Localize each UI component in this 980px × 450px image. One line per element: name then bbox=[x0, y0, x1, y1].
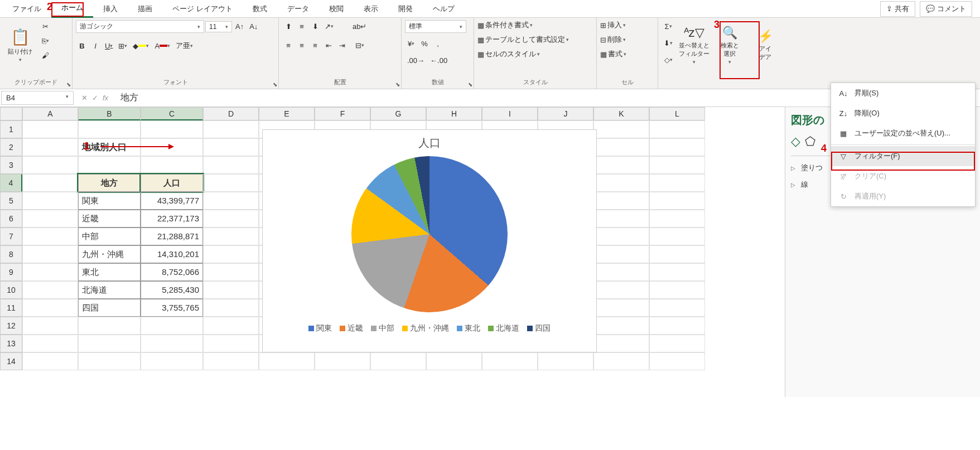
dd-filter[interactable]: ▽フィルター(F) bbox=[831, 146, 975, 166]
tab-developer[interactable]: 開発 bbox=[388, 1, 423, 17]
cell-K7[interactable] bbox=[593, 228, 649, 245]
cell-D8[interactable] bbox=[203, 245, 259, 263]
number-launcher[interactable]: ⬊ bbox=[468, 81, 472, 88]
cell-C5[interactable]: 43,399,777 bbox=[141, 192, 203, 210]
row-header-3[interactable]: 3 bbox=[0, 156, 22, 174]
cell-D6[interactable] bbox=[203, 210, 259, 228]
cell-B2[interactable]: 地域別人口 bbox=[78, 138, 141, 156]
share-button[interactable]: ⇪共有 bbox=[880, 1, 915, 17]
col-header-K[interactable]: K bbox=[593, 107, 649, 120]
cell-K11[interactable] bbox=[593, 299, 649, 317]
align-bottom-button[interactable]: ⬇ bbox=[309, 20, 321, 32]
cell-B8[interactable]: 九州・沖縄 bbox=[78, 245, 141, 263]
copy-button[interactable]: ⎘▾ bbox=[39, 35, 51, 47]
cell-A14[interactable] bbox=[22, 352, 78, 370]
font-color-button[interactable]: A▾ bbox=[152, 40, 172, 52]
cell-L8[interactable] bbox=[649, 245, 705, 263]
cell-D9[interactable] bbox=[203, 263, 259, 281]
increase-decimal-button[interactable]: .00→ bbox=[405, 54, 427, 66]
effects-tab-icon[interactable]: ⬠ bbox=[805, 134, 815, 149]
decrease-decimal-button[interactable]: ←.00 bbox=[428, 54, 450, 66]
cell-K13[interactable] bbox=[593, 335, 649, 352]
col-header-I[interactable]: I bbox=[482, 107, 538, 120]
indent-increase-button[interactable]: ⇥ bbox=[336, 39, 348, 51]
cell-I14[interactable] bbox=[482, 352, 538, 370]
cell-B9[interactable]: 東北 bbox=[78, 263, 141, 281]
cell-D3[interactable] bbox=[203, 156, 259, 174]
col-header-G[interactable]: G bbox=[370, 107, 426, 120]
cell-D10[interactable] bbox=[203, 281, 259, 299]
merge-button[interactable]: ⊟▾ bbox=[350, 39, 369, 51]
cell-B7[interactable]: 中部 bbox=[78, 228, 141, 245]
align-top-button[interactable]: ⬆ bbox=[282, 20, 295, 32]
cell-K4[interactable] bbox=[593, 174, 649, 192]
cell-K10[interactable] bbox=[593, 281, 649, 299]
cell-L1[interactable] bbox=[649, 120, 705, 138]
cell-B13[interactable] bbox=[78, 335, 141, 352]
align-middle-button[interactable]: ≡ bbox=[296, 20, 308, 32]
cell-D13[interactable] bbox=[203, 335, 259, 352]
cell-B12[interactable] bbox=[78, 317, 141, 335]
cell-B3[interactable] bbox=[78, 156, 141, 174]
cell-L4[interactable] bbox=[649, 174, 705, 192]
row-header-4[interactable]: 4 bbox=[0, 174, 22, 192]
cell-K12[interactable] bbox=[593, 317, 649, 335]
clipboard-launcher[interactable]: ⬊ bbox=[66, 81, 71, 88]
cell-A6[interactable] bbox=[22, 210, 78, 228]
cell-A11[interactable] bbox=[22, 299, 78, 317]
tab-view[interactable]: 表示 bbox=[354, 1, 388, 17]
cell-D14[interactable] bbox=[203, 352, 259, 370]
find-select-button[interactable]: 🔍 検索と 選択▾ bbox=[713, 20, 746, 70]
cell-L13[interactable] bbox=[649, 335, 705, 352]
cut-button[interactable]: ✂ bbox=[39, 20, 51, 32]
name-box[interactable]: B4▾ bbox=[1, 91, 74, 105]
cell-A10[interactable] bbox=[22, 281, 78, 299]
cell-B1[interactable] bbox=[78, 120, 141, 138]
ideas-button[interactable]: ⚡ アイ デア bbox=[749, 20, 782, 70]
cell-C14[interactable] bbox=[141, 352, 203, 370]
align-center-button[interactable]: ≡ bbox=[296, 39, 308, 51]
font-name-select[interactable]: 游ゴシック▾ bbox=[76, 20, 204, 33]
cell-A1[interactable] bbox=[22, 120, 78, 138]
wrap-text-button[interactable]: ab↵ bbox=[350, 20, 369, 32]
cell-D2[interactable] bbox=[203, 138, 259, 156]
cell-C4[interactable]: 人口 bbox=[141, 174, 203, 192]
select-all-corner[interactable] bbox=[0, 107, 22, 120]
tab-draw[interactable]: 描画 bbox=[128, 1, 162, 17]
border-button[interactable]: ⊞▾ bbox=[116, 40, 129, 52]
dd-custom-sort[interactable]: ▦ユーザー設定の並べ替え(U)... bbox=[831, 123, 975, 143]
decrease-font-button[interactable]: A↓ bbox=[247, 21, 260, 33]
format-as-table-button[interactable]: ▦テーブルとして書式設定▾ bbox=[477, 35, 569, 45]
cell-C12[interactable] bbox=[141, 317, 203, 335]
cell-L14[interactable] bbox=[649, 352, 705, 370]
spreadsheet-grid[interactable]: A B C D E F G H I J K L 12地域別人口34地方人口5関東… bbox=[0, 107, 785, 397]
col-header-A[interactable]: A bbox=[22, 107, 78, 120]
cell-K8[interactable] bbox=[593, 245, 649, 263]
fx-button[interactable]: fx bbox=[103, 94, 108, 102]
cell-C7[interactable]: 21,288,871 bbox=[141, 228, 203, 245]
col-header-H[interactable]: H bbox=[426, 107, 482, 120]
tab-review[interactable]: 校閲 bbox=[319, 1, 354, 17]
clear-button[interactable]: ◇▾ bbox=[662, 54, 675, 66]
italic-button[interactable]: I bbox=[89, 40, 102, 52]
cell-L9[interactable] bbox=[649, 263, 705, 281]
alignment-launcher[interactable]: ⬊ bbox=[395, 81, 400, 88]
cell-A8[interactable] bbox=[22, 245, 78, 263]
cell-C6[interactable]: 22,377,173 bbox=[141, 210, 203, 228]
cell-K5[interactable] bbox=[593, 192, 649, 210]
cell-C8[interactable]: 14,310,201 bbox=[141, 245, 203, 263]
cell-L5[interactable] bbox=[649, 192, 705, 210]
cell-G14[interactable] bbox=[370, 352, 426, 370]
paste-button[interactable]: 📋 貼り付け▾ bbox=[3, 20, 37, 70]
row-header-6[interactable]: 6 bbox=[0, 210, 22, 228]
row-header-12[interactable]: 12 bbox=[0, 317, 22, 335]
cell-A12[interactable] bbox=[22, 317, 78, 335]
pie-chart[interactable]: 人口 関東近畿中部九州・沖縄東北北海道四国 bbox=[262, 129, 597, 352]
tab-layout[interactable]: ページ レイアウト bbox=[162, 1, 243, 17]
cell-K9[interactable] bbox=[593, 263, 649, 281]
col-header-J[interactable]: J bbox=[538, 107, 593, 120]
col-header-E[interactable]: E bbox=[259, 107, 315, 120]
dd-sort-desc[interactable]: Z↓降順(O) bbox=[831, 103, 975, 123]
cell-B5[interactable]: 関東 bbox=[78, 192, 141, 210]
cell-styles-button[interactable]: ▦セルのスタイル▾ bbox=[477, 49, 540, 59]
